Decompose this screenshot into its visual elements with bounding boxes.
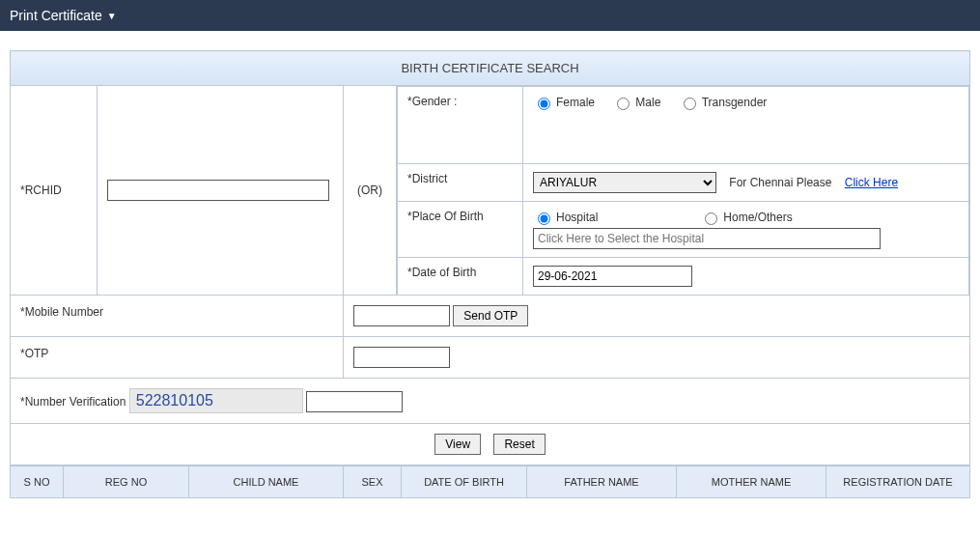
reset-button[interactable]: Reset: [493, 434, 545, 455]
pob-label: *Place Of Birth: [398, 202, 523, 258]
menu-label: Print Certificate: [10, 8, 102, 23]
pob-home-radio[interactable]: [705, 212, 717, 225]
criteria-cell: *Gender : Female Male: [397, 86, 970, 296]
col-regdate: REGISTRATION DATE: [826, 466, 970, 498]
mobile-label: *Mobile Number: [11, 296, 344, 337]
chevron-down-icon: ▼: [107, 11, 117, 21]
pob-hospital-radio[interactable]: [538, 212, 550, 225]
verification-input[interactable]: [306, 391, 403, 412]
verification-row: *Number Verification 522810105: [11, 379, 970, 424]
captcha-code: 522810105: [129, 388, 303, 413]
or-label: (OR): [344, 86, 397, 296]
print-certificate-menu[interactable]: Print Certificate ▼: [10, 8, 117, 23]
col-dob: DATE OF BIRTH: [402, 466, 527, 498]
col-sex: SEX: [344, 466, 402, 498]
col-childname: CHILD NAME: [189, 466, 344, 498]
district-select[interactable]: ARIYALUR: [533, 172, 716, 193]
results-header-row: S NO REG NO CHILD NAME SEX DATE OF BIRTH…: [11, 466, 970, 498]
rchid-input[interactable]: [107, 180, 329, 201]
panel-title: BIRTH CERTIFICATE SEARCH: [11, 51, 970, 86]
results-table: S NO REG NO CHILD NAME SEX DATE OF BIRTH…: [10, 465, 970, 498]
gender-label: *Gender :: [398, 87, 523, 164]
verification-label: *Number Verification: [20, 395, 126, 409]
pob-home-label: Home/Others: [723, 211, 792, 224]
gender-trans-radio[interactable]: [684, 98, 696, 110]
gender-trans-label: Transgender: [702, 96, 768, 109]
rchid-label: *RCHID: [11, 86, 98, 296]
pob-hospital-label: Hospital: [556, 211, 598, 224]
view-button[interactable]: View: [434, 434, 481, 455]
otp-input[interactable]: [353, 347, 450, 368]
dob-input[interactable]: [533, 266, 692, 287]
pob-cell: Hospital Home/Others: [523, 202, 969, 258]
dob-label: *Date of Birth: [398, 258, 523, 296]
col-sno: S NO: [11, 466, 64, 498]
col-mother: MOTHER NAME: [677, 466, 826, 498]
mobile-input[interactable]: [353, 305, 450, 326]
col-father: FATHER NAME: [527, 466, 677, 498]
mobile-cell: Send OTP: [344, 296, 970, 337]
top-menu-bar: Print Certificate ▼: [0, 0, 980, 31]
district-cell: ARIYALUR For Chennai Please Click Here: [523, 164, 969, 202]
page-content: BIRTH CERTIFICATE SEARCH *RCHID (OR) *Ge…: [0, 31, 980, 508]
send-otp-button[interactable]: Send OTP: [453, 305, 528, 326]
criteria-subtable: *Gender : Female Male: [397, 86, 969, 295]
search-form-table: BIRTH CERTIFICATE SEARCH *RCHID (OR) *Ge…: [10, 50, 970, 465]
chennai-note: For Chennai Please: [729, 176, 831, 189]
chennai-link[interactable]: Click Here: [845, 176, 898, 189]
gender-male-radio[interactable]: [617, 98, 630, 110]
rchid-cell: [98, 86, 344, 296]
gender-male-label: Male: [635, 96, 660, 109]
col-regno: REG NO: [64, 466, 189, 498]
otp-cell: [344, 337, 970, 379]
district-label: *District: [398, 164, 523, 202]
action-row: View Reset: [11, 424, 970, 465]
otp-label: *OTP: [11, 337, 344, 379]
gender-female-label: Female: [556, 96, 595, 109]
gender-options: Female Male Transgender: [523, 87, 969, 164]
gender-female-radio[interactable]: [538, 98, 550, 110]
hospital-input[interactable]: [533, 228, 881, 249]
dob-cell: [523, 258, 969, 296]
